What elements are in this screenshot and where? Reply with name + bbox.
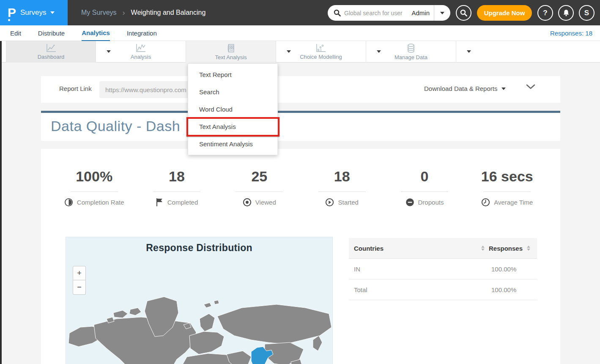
country-cell: Total (354, 286, 491, 293)
menu-item-search[interactable]: Search (188, 83, 277, 101)
sort-icon[interactable] (481, 246, 485, 251)
search-scope-label: Admin (410, 9, 434, 16)
notifications-button[interactable] (558, 5, 574, 21)
stat-completed: 18 Completed (135, 168, 218, 207)
breadcrumb-my-surveys[interactable]: My Surveys (81, 9, 117, 16)
questionpro-logo-icon: P (8, 6, 16, 19)
questionpro-analytics-screen: P Surveys My Surveys › Weighting and Bal… (0, 0, 600, 364)
map-zoom-controls: + − (73, 266, 86, 295)
bell-icon (563, 9, 570, 16)
nav-item-edit[interactable]: Edit (10, 25, 21, 41)
global-search: Admin (328, 5, 450, 21)
scatter-chart-icon (315, 44, 326, 53)
text-analysis-dropdown-menu: Text Report Search Word Cloud Text Analy… (188, 63, 278, 155)
stat-viewed: 25 Viewed (218, 168, 301, 207)
database-icon (406, 43, 416, 53)
report-link-panel: Report Link Download Data & Reports (41, 76, 560, 103)
line-chart-icon (46, 44, 57, 53)
nav-item-distribute[interactable]: Distribute (38, 25, 65, 41)
chevron-down-icon (501, 88, 506, 90)
flag-icon (156, 198, 164, 207)
countries-table: Countries Responses IN 100.00% Total 100… (349, 238, 537, 300)
responses-count: Responses: 18 (550, 30, 592, 37)
menu-item-text-report[interactable]: Text Report (188, 66, 277, 83)
tab-text-analysis[interactable]: Text Analysis (186, 41, 276, 63)
tab-choice-modelling[interactable]: Choice Modelling (276, 41, 366, 63)
tab-dashboard[interactable]: Dashboard (6, 41, 96, 63)
map-zoom-in-button[interactable]: + (73, 266, 86, 280)
breadcrumb-survey-title: Weighting and Balancing (131, 9, 206, 16)
search-scope-dropdown[interactable] (434, 5, 450, 21)
page-title-panel: Data Quality - Dash (41, 111, 560, 141)
stat-started: 18 Started (301, 168, 383, 207)
breadcrumb-separator-icon: › (123, 8, 125, 17)
left-edge-strip (0, 41, 2, 364)
dashboard-panel: 100% Completion Rate 18 Completed 25 (41, 149, 560, 364)
nav-item-analytics[interactable]: Analytics (82, 25, 110, 41)
tab-analysis[interactable]: Analysis (96, 41, 186, 63)
table-row: IN 100.00% (349, 259, 537, 279)
nav-item-integration[interactable]: Integration (127, 25, 157, 41)
search-icon (460, 9, 467, 16)
country-cell: IN (354, 265, 491, 273)
help-button[interactable]: ? (537, 5, 553, 21)
eye-icon (243, 198, 252, 207)
search-icon (334, 9, 341, 16)
product-name: Surveys (20, 8, 46, 17)
document-grid-icon (226, 43, 236, 53)
responses-cell: 100.00% (491, 265, 532, 273)
download-data-reports-dropdown[interactable]: Download Data & Reports (424, 85, 506, 92)
countries-table-header: Countries Responses (349, 238, 537, 259)
contrast-circle-icon (64, 198, 73, 207)
menu-item-text-analysis[interactable]: Text Analysis (188, 118, 277, 135)
analytics-toolbar: Dashboard Analysis Text Analysis Choice … (0, 41, 600, 63)
stat-dropouts: 0 Dropouts (383, 168, 466, 207)
breadcrumb: My Surveys › Weighting and Balancing (81, 0, 205, 25)
trend-chart-icon (135, 44, 146, 53)
top-bar: P Surveys My Surveys › Weighting and Bal… (0, 0, 600, 25)
question-mark-icon: ? (543, 9, 547, 17)
sort-icon[interactable] (527, 246, 530, 251)
survey-nav: Edit Distribute Analytics Integration Re… (0, 25, 600, 41)
tab-manage-data[interactable]: Manage Data (366, 41, 456, 63)
world-map[interactable] (66, 261, 333, 364)
menu-item-sentiment-analysis[interactable]: Sentiment Analysis (188, 135, 277, 153)
clock-icon (481, 198, 490, 207)
chevron-down-icon (50, 11, 55, 14)
chevron-down-icon (440, 12, 444, 14)
map-zoom-out-button[interactable]: − (73, 280, 86, 295)
global-search-input[interactable] (344, 10, 410, 16)
stat-average-time: 16 secs Average Time (466, 168, 548, 207)
collapse-chevron-icon[interactable] (526, 84, 536, 90)
responses-cell: 100.00% (491, 286, 532, 293)
avatar-letter: S (584, 9, 589, 17)
surveys-product-menu[interactable]: P Surveys (0, 0, 68, 25)
map-title: Response Distribution (66, 242, 332, 254)
upgrade-now-button[interactable]: Upgrade Now (477, 5, 532, 21)
chevron-down-icon[interactable] (467, 50, 471, 53)
report-link-label: Report Link (59, 85, 92, 92)
minus-circle-icon (405, 198, 414, 207)
stat-completion-rate: 100% Completion Rate (53, 168, 135, 207)
menu-item-word-cloud[interactable]: Word Cloud (188, 101, 277, 118)
column-header-countries[interactable]: Countries (354, 245, 477, 252)
stats-row: 100% Completion Rate 18 Completed 25 (41, 168, 560, 207)
account-avatar[interactable]: S (579, 5, 595, 21)
table-row: Total 100.00% (349, 279, 537, 300)
column-header-responses[interactable]: Responses (489, 245, 523, 252)
response-distribution-map: Response Distribution (66, 237, 333, 364)
page-title: Data Quality - Dash (51, 118, 180, 134)
play-circle-icon (325, 198, 334, 207)
search-button[interactable] (456, 5, 471, 21)
